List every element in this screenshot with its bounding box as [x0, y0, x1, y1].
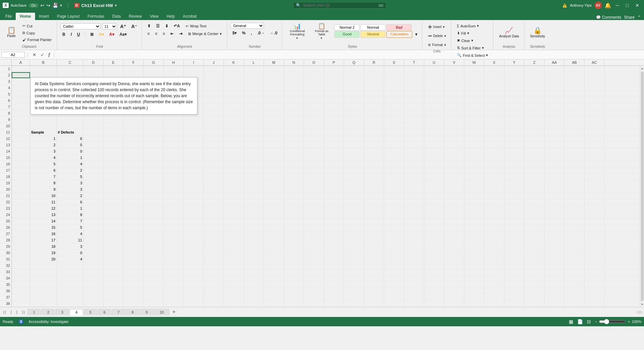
- cell-Z26[interactable]: [524, 224, 544, 230]
- cell-N33[interactable]: [284, 269, 304, 275]
- cell-AA18[interactable]: [544, 174, 565, 180]
- cell-B12[interactable]: 1: [30, 136, 57, 142]
- cell-P8[interactable]: [324, 110, 344, 116]
- row-number-8[interactable]: 8: [0, 110, 12, 116]
- cell-N19[interactable]: [284, 180, 304, 186]
- cell-AB8[interactable]: [565, 110, 585, 116]
- cell-W28[interactable]: [464, 237, 484, 243]
- cell-H28[interactable]: [164, 237, 184, 243]
- cell-R30[interactable]: [364, 250, 384, 256]
- cell-AA34[interactable]: [544, 275, 565, 281]
- cell-S6[interactable]: [384, 98, 404, 104]
- cell-Y25[interactable]: [504, 218, 524, 224]
- cell-T1[interactable]: [404, 66, 424, 72]
- cell-Q23[interactable]: [344, 205, 364, 211]
- cell-L11[interactable]: [244, 129, 264, 135]
- add-sheet-button[interactable]: +: [170, 309, 178, 316]
- cell-H10[interactable]: [164, 123, 184, 129]
- cell-E20[interactable]: [104, 186, 124, 192]
- cell-D24[interactable]: [84, 212, 104, 218]
- cell-U6[interactable]: [424, 98, 444, 104]
- cell-T11[interactable]: [404, 129, 424, 135]
- cell-W15[interactable]: [464, 155, 484, 161]
- cell-W33[interactable]: [464, 269, 484, 275]
- cell-C19[interactable]: 3: [57, 180, 84, 186]
- cell-Z27[interactable]: [524, 231, 544, 237]
- cell-V21[interactable]: [444, 193, 464, 199]
- cell-R22[interactable]: [364, 199, 384, 205]
- cell-Z2[interactable]: [524, 72, 544, 78]
- cell-M24[interactable]: [264, 212, 284, 218]
- cell-M14[interactable]: [264, 148, 284, 154]
- cell-I26[interactable]: [184, 224, 204, 230]
- cell-Q15[interactable]: [344, 155, 364, 161]
- cell-O9[interactable]: [304, 117, 324, 123]
- cell-AC7[interactable]: [585, 104, 605, 110]
- cell-F18[interactable]: [124, 174, 144, 180]
- insert-function-icon[interactable]: f: [47, 51, 51, 58]
- cell-R4[interactable]: [364, 85, 384, 91]
- tab-review[interactable]: Review: [125, 13, 146, 20]
- cell-W26[interactable]: [464, 224, 484, 230]
- cell-E18[interactable]: [104, 174, 124, 180]
- cell-B38[interactable]: [30, 301, 57, 307]
- cell-S31[interactable]: [384, 256, 404, 262]
- row-number-18[interactable]: 18: [0, 174, 12, 180]
- cell-M29[interactable]: [264, 243, 284, 249]
- cell-P35[interactable]: [324, 282, 344, 288]
- cell-V31[interactable]: [444, 256, 464, 262]
- cell-AC37[interactable]: [585, 294, 605, 300]
- cell-H23[interactable]: [164, 205, 184, 211]
- cell-M13[interactable]: [264, 142, 284, 148]
- cell-E14[interactable]: [104, 148, 124, 154]
- cell-AA2[interactable]: [544, 72, 565, 78]
- cell-O5[interactable]: [304, 91, 324, 97]
- cell-Q3[interactable]: [344, 78, 364, 84]
- cell-L15[interactable]: [244, 155, 264, 161]
- cell-C14[interactable]: 0: [57, 148, 84, 154]
- cell-F34[interactable]: [124, 275, 144, 281]
- border-button[interactable]: ⊞: [88, 31, 96, 38]
- cell-AB20[interactable]: [565, 186, 585, 192]
- cell-D32[interactable]: [84, 262, 104, 269]
- row-number-33[interactable]: 33: [0, 269, 12, 275]
- cell-S3[interactable]: [384, 78, 404, 84]
- cell-P9[interactable]: [324, 117, 344, 123]
- cell-V24[interactable]: [444, 212, 464, 218]
- cell-G19[interactable]: [144, 180, 164, 186]
- cell-J15[interactable]: [204, 155, 224, 161]
- cell-C24[interactable]: 8: [57, 212, 84, 218]
- col-header-W[interactable]: W: [464, 59, 484, 65]
- cell-Y36[interactable]: [504, 288, 524, 294]
- cell-N17[interactable]: [284, 167, 304, 173]
- cell-AC35[interactable]: [585, 282, 605, 288]
- cell-A8[interactable]: [12, 110, 30, 116]
- cell-X21[interactable]: [484, 193, 504, 199]
- cell-P38[interactable]: [324, 301, 344, 307]
- cell-P20[interactable]: [324, 186, 344, 192]
- cell-W29[interactable]: [464, 243, 484, 249]
- row-number-37[interactable]: 37: [0, 294, 12, 300]
- cell-R9[interactable]: [364, 117, 384, 123]
- cell-F22[interactable]: [124, 199, 144, 205]
- cell-X34[interactable]: [484, 275, 504, 281]
- cell-Q34[interactable]: [344, 275, 364, 281]
- cell-AA22[interactable]: [544, 199, 565, 205]
- cell-B13[interactable]: 2: [30, 142, 57, 148]
- cell-Z19[interactable]: [524, 180, 544, 186]
- cell-A15[interactable]: [12, 155, 30, 161]
- cell-M16[interactable]: [264, 161, 284, 167]
- cell-J34[interactable]: [204, 275, 224, 281]
- cell-S21[interactable]: [384, 193, 404, 199]
- cell-U30[interactable]: [424, 250, 444, 256]
- cell-W37[interactable]: [464, 294, 484, 300]
- col-header-M[interactable]: M: [264, 59, 284, 65]
- cell-W3[interactable]: [464, 78, 484, 84]
- cell-R3[interactable]: [364, 78, 384, 84]
- cell-O32[interactable]: [304, 262, 324, 269]
- align-left-button[interactable]: ≡: [145, 30, 152, 37]
- font-size-select[interactable]: 11: [102, 23, 117, 29]
- cell-L30[interactable]: [244, 250, 264, 256]
- cell-J19[interactable]: [204, 180, 224, 186]
- name-box[interactable]: [1, 52, 25, 58]
